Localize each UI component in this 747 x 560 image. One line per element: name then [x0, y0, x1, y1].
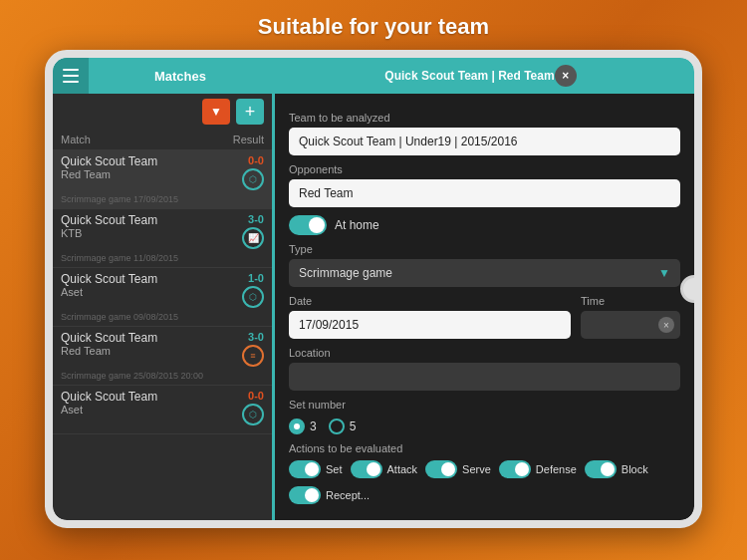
- radio-5-circle: [329, 419, 345, 434]
- match-item[interactable]: Quick Scout Team Red Team 3-0 ≡ Scrimmag…: [53, 327, 272, 386]
- location-input[interactable]: [289, 363, 680, 391]
- left-panel: ▼ + Match Result Quick: [53, 94, 272, 520]
- attack-toggle[interactable]: [351, 460, 382, 478]
- match-result: 1-0 ⬡: [214, 272, 264, 308]
- right-panel-title: Quick Scout Team | Red Team ×: [275, 65, 694, 87]
- add-match-button[interactable]: +: [236, 99, 264, 125]
- match-teams: Quick Scout Team Red Team: [61, 154, 214, 180]
- actions-label: Actions to be evaluated: [289, 442, 680, 454]
- page-title: Suitable for your team: [258, 14, 489, 40]
- hamburger-icon: [63, 75, 79, 77]
- close-button[interactable]: ×: [555, 65, 577, 87]
- block-toggle[interactable]: [585, 460, 617, 478]
- opponents-input[interactable]: [289, 179, 680, 207]
- volleyball-icon: ⬡: [242, 286, 264, 308]
- team-name: Quick Scout Team: [61, 272, 214, 286]
- chart-icon: 📈: [242, 227, 264, 249]
- block-action-label: Block: [622, 463, 648, 475]
- score: 1-0: [248, 272, 264, 284]
- block-action-item: Block: [585, 460, 648, 478]
- toggle-thumb: [305, 462, 319, 476]
- match-meta: Scrimmage game 11/08/2015: [53, 251, 272, 267]
- defense-toggle[interactable]: [499, 460, 531, 478]
- type-select[interactable]: Scrimmage game Official game Training: [289, 259, 680, 287]
- toggle-thumb: [515, 462, 529, 476]
- team-name: Quick Scout Team: [61, 331, 214, 345]
- header-result: Result: [214, 134, 264, 145]
- type-select-wrapper: Scrimmage game Official game Training ▼: [289, 259, 680, 287]
- match-item[interactable]: Quick Scout Team Aset 0-0 ⬡: [53, 386, 272, 434]
- score: 3-0: [248, 213, 264, 225]
- set-action-label: Set: [326, 463, 343, 475]
- opponent-name: Red Team: [61, 345, 214, 357]
- team-name: Quick Scout Team: [61, 213, 214, 227]
- at-home-row: At home: [289, 215, 680, 235]
- score: 0-0: [248, 390, 264, 402]
- volleyball-icon: ⬡: [242, 404, 264, 425]
- top-bar: Matches Quick Scout Team | Red Team ×: [53, 58, 694, 94]
- date-label: Date: [289, 295, 571, 307]
- match-meta: Scrimmage game 25/08/2015 20:00: [53, 369, 272, 385]
- team-input[interactable]: [289, 128, 680, 155]
- attack-action-label: Attack: [387, 463, 418, 475]
- filter-button[interactable]: ▼: [202, 99, 230, 125]
- toggle-thumb: [309, 217, 325, 233]
- add-icon: +: [245, 102, 256, 123]
- left-panel-title: Matches: [89, 69, 272, 84]
- match-result: 0-0 ⬡: [214, 390, 264, 425]
- home-button[interactable]: [680, 275, 702, 303]
- header-match: Match: [61, 134, 214, 145]
- date-col: Date: [289, 287, 571, 339]
- opponent-name: Red Team: [61, 168, 214, 180]
- match-item[interactable]: Quick Scout Team KTB 3-0 📈 Scrimmage gam…: [53, 209, 272, 268]
- serve-action-label: Serve: [462, 463, 491, 475]
- opponent-name: Aset: [61, 286, 214, 298]
- serve-toggle[interactable]: [425, 460, 457, 478]
- list-icon: ≡: [242, 345, 264, 367]
- menu-button[interactable]: [53, 58, 89, 94]
- recept-toggle[interactable]: [289, 486, 321, 504]
- defense-action-label: Defense: [536, 463, 577, 475]
- match-teams: Quick Scout Team Aset: [61, 390, 214, 416]
- match-item[interactable]: Quick Scout Team Red Team 0-0 ⬡ Scrimmag…: [53, 150, 272, 209]
- time-clear-button[interactable]: ×: [658, 317, 674, 333]
- set-toggle[interactable]: [289, 460, 321, 478]
- set-5-label: 5: [350, 420, 357, 433]
- match-meta: Scrimmage game 17/09/2015: [53, 192, 272, 208]
- toggle-thumb: [305, 488, 319, 502]
- set-3-option[interactable]: 3: [289, 419, 317, 434]
- match-teams: Quick Scout Team Red Team: [61, 331, 214, 357]
- opponent-name: KTB: [61, 227, 214, 239]
- recept-action-label: Recept...: [326, 489, 370, 501]
- team-name: Quick Scout Team: [61, 390, 214, 404]
- attack-action-item: Attack: [351, 460, 418, 478]
- actions-grid: Set Attack Serve: [289, 460, 680, 504]
- main-content: ▼ + Match Result Quick: [53, 94, 694, 520]
- date-input[interactable]: [289, 311, 571, 339]
- toggle-thumb: [441, 462, 455, 476]
- filter-icon: ▼: [210, 105, 222, 119]
- date-time-row: Date Time ×: [289, 287, 680, 339]
- match-result: 3-0 ≡: [214, 331, 264, 367]
- match-teams: Quick Scout Team Aset: [61, 272, 214, 298]
- tablet-screen: Matches Quick Scout Team | Red Team × ▼ …: [53, 58, 694, 520]
- serve-action-item: Serve: [425, 460, 491, 478]
- recept-action-item: Recept...: [289, 486, 370, 504]
- radio-inner: [294, 423, 300, 429]
- at-home-label: At home: [335, 218, 379, 232]
- match-item[interactable]: Quick Scout Team Aset 1-0 ⬡ Scrimmage ga…: [53, 268, 272, 327]
- score: 0-0: [248, 154, 264, 166]
- set-5-option[interactable]: 5: [329, 419, 357, 434]
- team-label: Team to be analyzed: [289, 112, 680, 124]
- time-input-wrapper: ×: [581, 311, 680, 339]
- match-meta: Scrimmage game 09/08/2015: [53, 310, 272, 326]
- set-number-label: Set number: [289, 399, 680, 411]
- at-home-toggle[interactable]: [289, 215, 327, 235]
- toggle-thumb: [601, 462, 615, 476]
- set-3-label: 3: [310, 420, 317, 433]
- defense-action-item: Defense: [499, 460, 577, 478]
- match-list: Quick Scout Team Red Team 0-0 ⬡ Scrimmag…: [53, 150, 272, 520]
- location-label: Location: [289, 347, 680, 359]
- score: 3-0: [248, 331, 264, 343]
- set-number-row: 3 5: [289, 419, 680, 434]
